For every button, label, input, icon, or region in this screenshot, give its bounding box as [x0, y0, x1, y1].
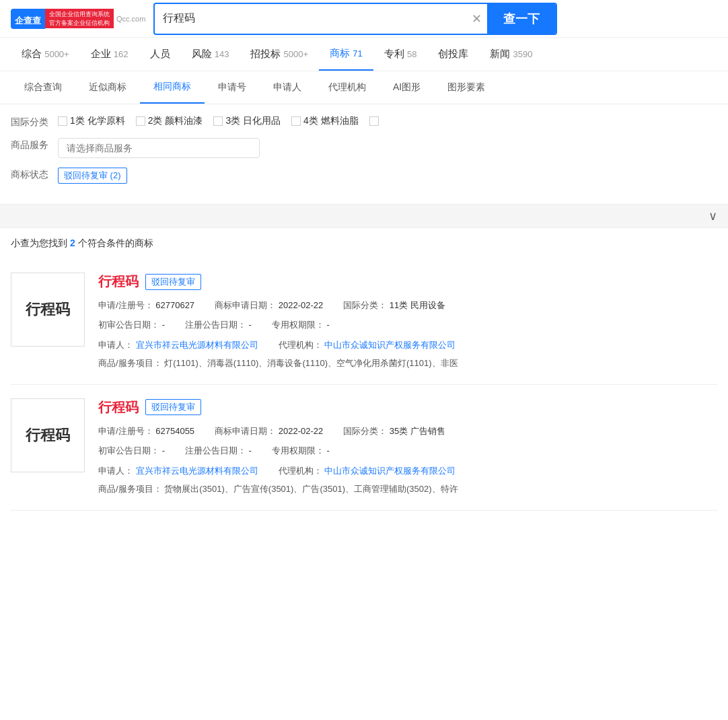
- info-row-2a: 申请/注册号： 62754055 商标申请日期： 2022-02-22 国际分类…: [98, 423, 717, 439]
- table-row: 行程码 行程码 驳回待复审 申请/注册号： 62770627 商标申请日期： 2…: [11, 259, 717, 385]
- sub-nav-申请人[interactable]: 申请人: [260, 72, 315, 103]
- tab-创投库[interactable]: 创投库: [427, 38, 479, 70]
- sub-nav-综合查询[interactable]: 综合查询: [11, 72, 75, 103]
- tab-企业[interactable]: 企业 162: [80, 38, 139, 70]
- logo-area: 企查查 全国企业信用查询系统 官方备案企业征信机构 Qcc.com: [11, 9, 145, 29]
- logo-badge: 全国企业信用查询系统 官方备案企业征信机构: [45, 9, 114, 28]
- goods-select-input[interactable]: [58, 138, 260, 158]
- exclusive-item-1: 专用权期限： -: [272, 317, 330, 332]
- trademark-logo-2: 行程码: [11, 398, 85, 472]
- result-list: 行程码 行程码 驳回待复审 申请/注册号： 62770627 商标申请日期： 2…: [0, 259, 728, 511]
- checkbox-3类[interactable]: 3类 日化用品: [213, 115, 281, 127]
- goods-row-2: 商品/服务项目： 货物展出(3501)、广告宣传(3501)、广告(3501)、…: [98, 482, 717, 497]
- intl-class-item-2: 国际分类： 35类 广告销售: [343, 423, 445, 439]
- info-row-1a: 申请/注册号： 62770627 商标申请日期： 2022-02-22 国际分类…: [98, 297, 717, 313]
- checkbox-box-1[interactable]: [58, 116, 67, 126]
- agent-link-1[interactable]: 中山市众诚知识产权服务有限公司: [324, 340, 456, 350]
- tab-综合[interactable]: 综合 5000+: [11, 38, 80, 70]
- sub-nav-相同商标[interactable]: 相同商标: [140, 71, 205, 104]
- search-area: ✕ 查一下: [153, 3, 557, 35]
- filter-goods-content: [58, 138, 717, 158]
- filter-label-classification: 国际分类: [11, 115, 58, 129]
- agent-item-1: 代理机构： 中山市众诚知识产权服务有限公司: [279, 337, 456, 353]
- sub-nav: 综合查询 近似商标 相同商标 申请号 申请人 代理机构 AI图形 图形要素: [0, 71, 728, 104]
- result-info-2: 行程码 驳回待复审 申请/注册号： 62754055 商标申请日期： 2022-…: [98, 398, 717, 497]
- status-badge-1: 驳回待复审: [145, 274, 201, 290]
- results-summary: 小查为您找到 2 个符合条件的商标: [0, 228, 728, 259]
- search-input[interactable]: [155, 7, 466, 30]
- applicant-item-1: 申请人： 宜兴市祥云电光源材料有限公司: [98, 337, 258, 353]
- tab-新闻[interactable]: 新闻 3590: [479, 38, 543, 70]
- applicant-link-2[interactable]: 宜兴市祥云电光源材料有限公司: [136, 466, 258, 476]
- checkbox-box-3[interactable]: [213, 116, 223, 126]
- tab-商标[interactable]: 商标 71: [319, 38, 373, 71]
- trademark-logo-1: 行程码: [11, 273, 85, 347]
- exclusive-item-2: 专用权期限： -: [272, 443, 330, 458]
- tab-专利[interactable]: 专利 58: [373, 38, 428, 70]
- apply-date-item-2: 商标申请日期： 2022-02-22: [215, 423, 323, 439]
- header: 企查查 全国企业信用查询系统 官方备案企业征信机构 Qcc.com ✕ 查一下: [0, 0, 728, 38]
- filter-row-classification: 国际分类 1类 化学原料 2类 颜料油漆 3类 日化用品 4类 燃料油脂: [11, 115, 717, 129]
- sub-nav-代理机构[interactable]: 代理机构: [315, 72, 379, 103]
- agent-item-2: 代理机构： 中山市众诚知识产权服务有限公司: [279, 463, 456, 478]
- collapse-area: ∨: [0, 205, 728, 228]
- intl-class-item-1: 国际分类： 11类 民用设备: [343, 297, 445, 313]
- result-title-row-2: 行程码 驳回待复审: [98, 398, 717, 417]
- table-row: 行程码 行程码 驳回待复审 申请/注册号： 62754055 商标申请日期： 2…: [11, 385, 717, 511]
- filter-section: 国际分类 1类 化学原料 2类 颜料油漆 3类 日化用品 4类 燃料油脂: [0, 104, 728, 205]
- checkbox-1类[interactable]: 1类 化学原料: [58, 115, 125, 127]
- sub-nav-AI图形[interactable]: AI图形: [379, 72, 434, 103]
- nav-tabs: 综合 5000+ 企业 162 人员 风险 143 招投标 5000+ 商标 7…: [0, 38, 728, 71]
- status-tag[interactable]: 驳回待复审 (2): [58, 168, 127, 184]
- tab-人员[interactable]: 人员: [139, 38, 181, 70]
- reg-no-item-2: 申请/注册号： 62754055: [98, 423, 194, 439]
- apply-date-item-1: 商标申请日期： 2022-02-22: [215, 297, 323, 313]
- applicant-item-2: 申请人： 宜兴市祥云电光源材料有限公司: [98, 463, 258, 478]
- initial-pub-item-1: 初审公告日期： -: [98, 317, 165, 332]
- sub-nav-近似商标[interactable]: 近似商标: [75, 72, 140, 103]
- info-row-2b: 初审公告日期： - 注册公告日期： - 专用权期限： -: [98, 443, 717, 458]
- trademark-name-2[interactable]: 行程码: [98, 398, 139, 417]
- checkbox-box-more[interactable]: [369, 116, 379, 126]
- info-row-2c: 申请人： 宜兴市祥云电光源材料有限公司 代理机构： 中山市众诚知识产权服务有限公…: [98, 463, 717, 478]
- trademark-logo-text-1: 行程码: [26, 299, 70, 320]
- sub-nav-图形要素[interactable]: 图形要素: [434, 72, 499, 103]
- sub-nav-申请号[interactable]: 申请号: [205, 72, 260, 103]
- checkbox-4类[interactable]: 4类 燃料油脂: [291, 115, 359, 127]
- info-row-1b: 初审公告日期： - 注册公告日期： - 专用权期限： -: [98, 317, 717, 332]
- filter-classification-options: 1类 化学原料 2类 颜料油漆 3类 日化用品 4类 燃料油脂: [58, 115, 717, 127]
- filter-label-goods: 商品服务: [11, 138, 58, 151]
- status-badge-2: 驳回待复审: [145, 399, 201, 415]
- agent-link-2[interactable]: 中山市众诚知识产权服务有限公司: [324, 466, 456, 476]
- logo: 企查查 全国企业信用查询系统 官方备案企业征信机构: [11, 9, 114, 29]
- checkbox-2类[interactable]: 2类 颜料油漆: [136, 115, 203, 127]
- tab-招投标[interactable]: 招投标 5000+: [240, 38, 319, 70]
- logo-icon: 企查查: [11, 9, 45, 29]
- trademark-name-1[interactable]: 行程码: [98, 273, 139, 291]
- checkbox-more[interactable]: [369, 116, 379, 126]
- logo-domain: Qcc.com: [116, 15, 145, 23]
- checkbox-box-2[interactable]: [136, 116, 145, 126]
- chevron-down-icon[interactable]: ∨: [708, 209, 717, 223]
- checkbox-box-4[interactable]: [291, 116, 301, 126]
- info-row-1c: 申请人： 宜兴市祥云电光源材料有限公司 代理机构： 中山市众诚知识产权服务有限公…: [98, 337, 717, 353]
- tab-风险[interactable]: 风险 143: [181, 38, 240, 70]
- reg-pub-item-1: 注册公告日期： -: [185, 317, 252, 332]
- trademark-logo-text-2: 行程码: [26, 425, 70, 445]
- reg-pub-item-2: 注册公告日期： -: [185, 443, 252, 458]
- filter-row-status: 商标状态 驳回待复审 (2): [11, 168, 717, 184]
- search-button[interactable]: 查一下: [487, 4, 556, 34]
- initial-pub-item-2: 初审公告日期： -: [98, 443, 165, 458]
- filter-label-status: 商标状态: [11, 168, 58, 181]
- result-title-row-1: 行程码 驳回待复审: [98, 273, 717, 291]
- filter-row-goods: 商品服务: [11, 138, 717, 158]
- applicant-link-1[interactable]: 宜兴市祥云电光源材料有限公司: [136, 340, 258, 350]
- goods-row-1: 商品/服务项目： 灯(1101)、消毒器(1110)、消毒设备(1110)、空气…: [98, 357, 717, 371]
- reg-no-item-1: 申请/注册号： 62770627: [98, 297, 194, 313]
- filter-status-content: 驳回待复审 (2): [58, 168, 717, 184]
- clear-icon[interactable]: ✕: [466, 11, 487, 26]
- result-info-1: 行程码 驳回待复审 申请/注册号： 62770627 商标申请日期： 2022-…: [98, 273, 717, 371]
